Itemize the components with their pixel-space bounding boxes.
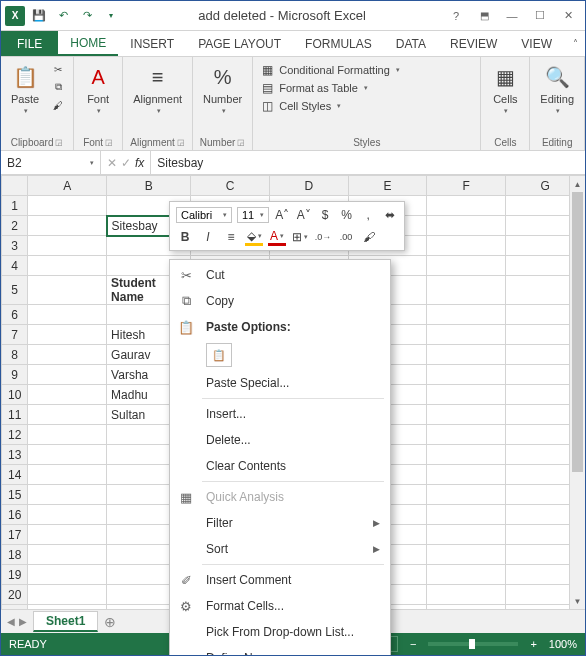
vertical-scrollbar[interactable]: ▲ ▼ (569, 176, 585, 609)
cm-copy[interactable]: ⧉Copy (170, 288, 390, 314)
tab-review[interactable]: REVIEW (438, 31, 509, 56)
zoom-in-icon[interactable]: + (530, 638, 536, 650)
col-header-c[interactable]: C (191, 176, 270, 196)
row-header[interactable]: 14 (2, 465, 28, 485)
col-header-e[interactable]: E (348, 176, 427, 196)
cm-insert-comment[interactable]: ✐Insert Comment (170, 567, 390, 593)
mini-merge-icon[interactable]: ⬌ (381, 206, 398, 224)
paste-default-icon[interactable]: 📋 (206, 343, 232, 367)
mini-decrease-decimal-icon[interactable]: .0→ (314, 228, 332, 246)
row-header[interactable]: 17 (2, 525, 28, 545)
row-header[interactable]: 5 (2, 276, 28, 305)
cm-cut[interactable]: ✂Cut (170, 262, 390, 288)
format-as-table-button[interactable]: ▤Format as Table▾ (259, 79, 474, 97)
mini-percent-icon[interactable]: % (338, 206, 355, 224)
close-icon[interactable]: ✕ (555, 6, 581, 26)
mini-format-painter-icon[interactable]: 🖌 (360, 228, 378, 246)
tab-file[interactable]: FILE (1, 31, 58, 56)
minimize-icon[interactable]: — (499, 6, 525, 26)
cells-button[interactable]: ▦ Cells ▾ (487, 61, 523, 117)
tab-home[interactable]: HOME (58, 31, 118, 56)
tab-insert[interactable]: INSERT (118, 31, 186, 56)
row-header[interactable]: 13 (2, 445, 28, 465)
mini-align-icon[interactable]: ≡ (222, 228, 240, 246)
number-button[interactable]: % Number ▾ (199, 61, 246, 117)
row-header[interactable]: 6 (2, 305, 28, 325)
zoom-level[interactable]: 100% (549, 638, 577, 650)
tab-formulas[interactable]: FORMULAS (293, 31, 384, 56)
cut-icon[interactable]: ✂ (49, 61, 67, 77)
redo-icon[interactable]: ↷ (77, 6, 97, 26)
row-header[interactable]: 10 (2, 385, 28, 405)
sheet-nav-next-icon[interactable]: ▶ (19, 616, 27, 627)
number-launcher-icon[interactable]: ◲ (237, 138, 245, 147)
tab-view[interactable]: VIEW (509, 31, 564, 56)
mini-dollar-icon[interactable]: $ (317, 206, 334, 224)
save-icon[interactable]: 💾 (29, 6, 49, 26)
row-header[interactable]: 2 (2, 216, 28, 236)
copy-icon[interactable]: ⧉ (49, 79, 67, 95)
maximize-icon[interactable]: ☐ (527, 6, 553, 26)
qat-customize-icon[interactable]: ▾ (101, 6, 121, 26)
conditional-formatting-button[interactable]: ▦Conditional Formatting▾ (259, 61, 474, 79)
shrink-font-icon[interactable]: A˅ (295, 206, 312, 224)
mini-font-select[interactable]: Calibri▾ (176, 207, 232, 223)
mini-size-select[interactable]: 11▾ (237, 207, 269, 223)
cm-pick-from-list[interactable]: Pick From Drop-down List... (170, 619, 390, 645)
mini-border-icon[interactable]: ⊞▾ (291, 228, 309, 246)
mini-increase-decimal-icon[interactable]: .00 (337, 228, 355, 246)
row-header[interactable]: 7 (2, 325, 28, 345)
tab-page-layout[interactable]: PAGE LAYOUT (186, 31, 293, 56)
mini-fill-color-icon[interactable]: ⬙▾ (245, 228, 263, 246)
select-all-corner[interactable] (2, 176, 28, 196)
mini-italic-icon[interactable]: I (199, 228, 217, 246)
mini-comma-icon[interactable]: , (360, 206, 377, 224)
col-header-b[interactable]: B (107, 176, 191, 196)
font-button[interactable]: A Font ▾ (80, 61, 116, 117)
cancel-icon[interactable]: ✕ (107, 156, 117, 170)
enter-icon[interactable]: ✓ (121, 156, 131, 170)
row-header[interactable]: 8 (2, 345, 28, 365)
col-header-f[interactable]: F (427, 176, 506, 196)
sheet-nav-prev-icon[interactable]: ◀ (7, 616, 15, 627)
zoom-slider[interactable] (428, 642, 518, 646)
cm-define-name[interactable]: Define Name... (170, 645, 390, 656)
cm-clear-contents[interactable]: Clear Contents (170, 453, 390, 479)
row-header[interactable]: 19 (2, 565, 28, 585)
cm-format-cells[interactable]: ⚙Format Cells... (170, 593, 390, 619)
alignment-button[interactable]: ≡ Alignment ▾ (129, 61, 186, 117)
col-header-a[interactable]: A (28, 176, 107, 196)
formula-input[interactable]: Sitesbay (151, 156, 585, 170)
row-header[interactable]: 1 (2, 196, 28, 216)
row-header[interactable]: 11 (2, 405, 28, 425)
cm-filter[interactable]: Filter▶ (170, 510, 390, 536)
add-sheet-icon[interactable]: ⊕ (104, 614, 116, 630)
row-header[interactable]: 18 (2, 545, 28, 565)
cm-delete[interactable]: Delete... (170, 427, 390, 453)
name-box[interactable]: B2▾ (1, 151, 101, 174)
grow-font-icon[interactable]: A˄ (274, 206, 291, 224)
format-painter-icon[interactable]: 🖌 (49, 97, 67, 113)
collapse-ribbon-icon[interactable]: ˄ (565, 31, 585, 56)
cell-styles-button[interactable]: ◫Cell Styles▾ (259, 97, 474, 115)
tab-data[interactable]: DATA (384, 31, 438, 56)
row-header[interactable]: 3 (2, 236, 28, 256)
cm-insert[interactable]: Insert... (170, 401, 390, 427)
cm-sort[interactable]: Sort▶ (170, 536, 390, 562)
row-header[interactable]: 20 (2, 585, 28, 605)
sheet-tab-sheet1[interactable]: Sheet1 (33, 611, 98, 632)
row-header[interactable]: 16 (2, 505, 28, 525)
col-header-d[interactable]: D (270, 176, 349, 196)
mini-font-color-icon[interactable]: A▾ (268, 228, 286, 246)
paste-button[interactable]: 📋 Paste ▾ (7, 61, 43, 117)
font-launcher-icon[interactable]: ◲ (105, 138, 113, 147)
mini-bold-icon[interactable]: B (176, 228, 194, 246)
cm-paste-special[interactable]: Paste Special... (170, 370, 390, 396)
row-header[interactable]: 15 (2, 485, 28, 505)
editing-button[interactable]: 🔍 Editing ▾ (536, 61, 578, 117)
zoom-out-icon[interactable]: − (410, 638, 416, 650)
clipboard-launcher-icon[interactable]: ◲ (55, 138, 63, 147)
help-icon[interactable]: ? (443, 6, 469, 26)
row-header[interactable]: 4 (2, 256, 28, 276)
fx-icon[interactable]: fx (135, 156, 144, 170)
